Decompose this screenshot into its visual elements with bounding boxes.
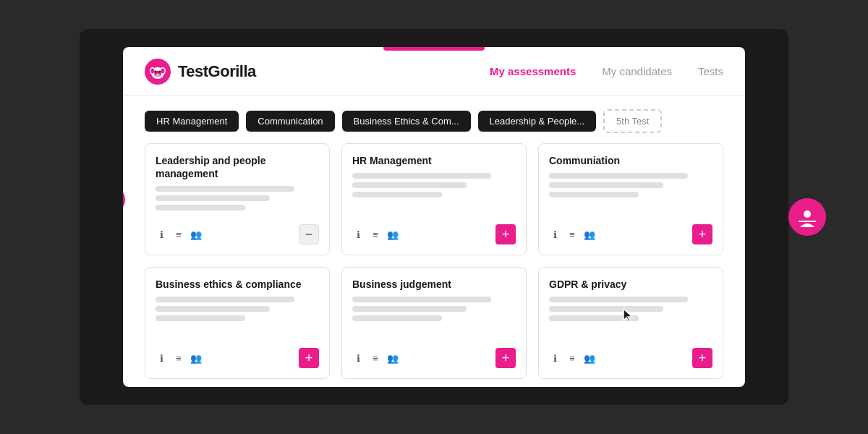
card-business-ethics-lines <box>156 297 319 341</box>
header: TestGorilla My assessments My candidates… <box>123 47 745 96</box>
add-button[interactable]: + <box>692 348 712 368</box>
line <box>549 297 688 302</box>
avatar-button[interactable] <box>788 198 826 236</box>
people-icon: 👥 <box>190 352 202 364</box>
cards-grid: Leadership and people management ℹ ≡ 👥 − <box>123 143 745 387</box>
nav-my-candidates[interactable]: My candidates <box>602 65 672 77</box>
card-leadership-title: Leadership and people management <box>156 154 319 180</box>
card-business-judgement-title: Business judgement <box>352 278 516 291</box>
avatar-icon <box>797 207 817 227</box>
line <box>549 306 663 312</box>
line <box>352 315 442 321</box>
pill-communication[interactable]: Communication <box>246 111 334 132</box>
line <box>549 173 688 179</box>
info-icon: ℹ <box>549 352 561 364</box>
pill-business-ethics[interactable]: Business Ethics & Com... <box>342 111 471 132</box>
card-communication-icons: ℹ ≡ 👥 <box>549 229 692 240</box>
card-gdpr: GDPR & privacy ℹ ≡ 👥 + <box>538 267 723 379</box>
remove-button[interactable]: − <box>299 224 319 244</box>
human-resources-tooltip: Human resources × <box>123 186 125 213</box>
line <box>549 315 639 321</box>
logo-text: TestGorilla <box>178 62 256 81</box>
people-icon: 👥 <box>584 352 595 364</box>
card-gdpr-lines <box>549 297 712 341</box>
card-hr-management: HR Management ℹ ≡ 👥 + <box>341 143 527 255</box>
card-gdpr-footer: ℹ ≡ 👥 + <box>549 348 712 368</box>
pill-hr-management[interactable]: HR Management <box>145 111 239 132</box>
card-business-ethics-title: Business ethics & compliance <box>156 278 319 291</box>
card-business-judgement: Business judgement ℹ ≡ 👥 + <box>341 267 527 379</box>
list-icon: ≡ <box>173 352 184 364</box>
list-icon: ≡ <box>566 229 578 240</box>
add-button[interactable]: + <box>495 224 516 244</box>
line <box>156 306 270 312</box>
card-business-ethics-icons: ℹ ≡ 👥 <box>156 352 299 364</box>
line <box>352 297 491 302</box>
nav-my-assessments[interactable]: My assessments <box>490 65 576 77</box>
svg-point-10 <box>804 210 811 218</box>
info-icon: ℹ <box>352 229 364 240</box>
people-icon: 👥 <box>190 229 202 240</box>
line <box>352 173 491 179</box>
list-icon: ≡ <box>370 229 381 240</box>
line <box>352 192 442 197</box>
card-hr-icons: ℹ ≡ 👥 <box>352 229 495 240</box>
nav-links: My assessments My candidates Tests <box>490 65 723 77</box>
card-leadership: Leadership and people management ℹ ≡ 👥 − <box>145 143 330 255</box>
people-icon: 👥 <box>584 229 595 240</box>
line <box>549 182 663 188</box>
add-button[interactable]: + <box>692 224 712 244</box>
card-hr-footer: ℹ ≡ 👥 + <box>352 224 516 244</box>
tab-accent <box>383 47 485 51</box>
line <box>549 192 639 197</box>
card-leadership-icons: ℹ ≡ 👥 <box>156 229 299 240</box>
card-business-ethics-footer: ℹ ≡ 👥 + <box>156 348 319 368</box>
card-gdpr-icons: ℹ ≡ 👥 <box>549 352 692 364</box>
line <box>156 297 294 302</box>
card-communication-lines <box>549 173 712 217</box>
nav-tests[interactable]: Tests <box>698 65 723 77</box>
info-icon: ℹ <box>156 229 167 240</box>
line <box>156 186 294 192</box>
card-leadership-lines <box>156 186 319 217</box>
card-business-judgement-icons: ℹ ≡ 👥 <box>352 352 495 364</box>
line <box>156 195 270 201</box>
people-icon: 👥 <box>387 229 399 240</box>
svg-point-4 <box>151 68 155 73</box>
pill-5th-test[interactable]: 5th Test <box>603 109 662 133</box>
info-icon: ℹ <box>352 352 364 364</box>
svg-point-7 <box>155 70 157 72</box>
card-business-judgement-lines <box>352 297 516 341</box>
line <box>156 315 245 321</box>
list-icon: ≡ <box>173 229 184 240</box>
card-leadership-footer: ℹ ≡ 👥 − <box>156 224 319 244</box>
line <box>352 182 467 188</box>
line <box>352 306 467 312</box>
card-gdpr-title: GDPR & privacy <box>549 278 712 291</box>
svg-point-8 <box>159 70 161 72</box>
list-icon: ≡ <box>370 352 381 364</box>
pill-leadership[interactable]: Leadership & People... <box>478 111 597 132</box>
card-business-ethics: Business ethics & compliance ℹ ≡ 👥 + <box>145 267 330 379</box>
card-communication-title: Communiation <box>549 154 712 167</box>
info-icon: ℹ <box>156 352 167 364</box>
browser-window: TestGorilla My assessments My candidates… <box>123 47 745 387</box>
card-communication: Communiation ℹ ≡ 👥 + <box>538 143 723 255</box>
card-communication-footer: ℹ ≡ 👥 + <box>549 224 712 244</box>
add-button[interactable]: + <box>299 348 319 368</box>
svg-rect-11 <box>799 221 816 222</box>
filter-bar: HR Management Communication Business Eth… <box>123 96 745 143</box>
list-icon: ≡ <box>566 352 578 364</box>
logo-area: TestGorilla <box>145 59 256 85</box>
svg-point-5 <box>161 68 165 73</box>
add-button[interactable]: + <box>495 348 516 368</box>
card-business-judgement-footer: ℹ ≡ 👥 + <box>352 348 516 368</box>
card-hr-lines <box>352 173 516 217</box>
people-icon: 👥 <box>387 352 399 364</box>
info-icon: ℹ <box>549 229 561 240</box>
logo-icon <box>145 59 171 85</box>
card-hr-title: HR Management <box>352 154 516 167</box>
screen-container: TestGorilla My assessments My candidates… <box>80 29 788 405</box>
line <box>156 205 245 210</box>
